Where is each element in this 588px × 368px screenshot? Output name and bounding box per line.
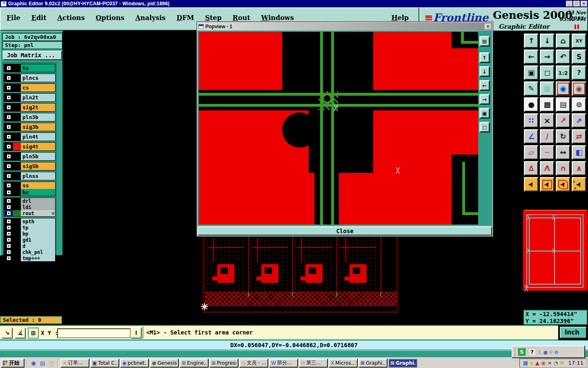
task-genesis[interactable]: ●Genesis [150,359,179,368]
task-wenyuan[interactable]: ◷文员 - ... [239,359,268,368]
layer-visibility-checkbox[interactable] [4,74,13,82]
popview-zoom-in-button[interactable]: ▣ [479,108,490,119]
layer-visibility-checkbox[interactable] [4,84,13,92]
layer-color-chip[interactable] [13,198,21,204]
alert-button[interactable]: ! [131,328,142,339]
copy-button[interactable]: ↗ [556,113,570,128]
pan-down-button[interactable]: ↓ [540,34,555,48]
layer-row-tp[interactable]: tp [4,224,55,231]
line-width-button[interactable]: ↔ [556,145,570,160]
maximize-button[interactable]: □ [573,1,580,7]
zoom-margins-button[interactable]: ◻ [540,65,555,80]
task-engineering[interactable]: ⊠Engine... [180,359,209,368]
layer-visibility-checkbox[interactable] [4,198,13,204]
layer-visibility-checkbox[interactable] [4,64,13,72]
task-microsoft[interactable]: XMicros... [329,359,358,368]
previous-view-button[interactable]: ↶ [556,49,570,64]
zoom-window-button[interactable]: ▣ [524,65,539,80]
layer-color-chip[interactable] [13,162,21,170]
popview-pan-right-button[interactable]: → [479,94,490,105]
tray-network-icon[interactable]: ▦ [523,360,528,366]
layer-visibility-checkbox[interactable] [4,153,13,160]
layer-color-chip[interactable] [13,204,21,210]
layer-visibility-checkbox[interactable] [4,243,13,249]
layer-color-chip[interactable] [13,218,21,224]
tray-clock-icon[interactable]: ◔ [553,360,558,366]
menu-step[interactable]: Step [205,14,221,22]
layer-visibility-checkbox[interactable] [4,237,13,243]
layer-color-chip[interactable] [13,237,21,243]
layer-row-pln2t[interactable]: pln2t [4,94,55,101]
layer-color-chip[interactable] [13,243,21,249]
task-dingdan[interactable]: ★订单... [60,359,89,368]
layer-row-bs[interactable]: bs [4,189,55,196]
task-graphic-2-active[interactable]: ⊠Graphi... [388,359,417,368]
select-mode-3-button[interactable]: ∩ [556,161,570,176]
units-dropdown[interactable]: Inch [560,327,587,339]
layer-row-gd1[interactable]: gd1 [4,237,55,243]
start-button[interactable]: 开始 [1,359,24,368]
layer-row-cs[interactable]: cs [4,84,55,92]
rotate-button[interactable]: ↻ [556,129,570,144]
job-matrix-button[interactable]: Job Matrix ... [3,51,62,60]
layer-row-plncs[interactable]: plncs [4,74,55,82]
layer-visibility-checkbox[interactable] [4,143,13,150]
layer-visibility-checkbox[interactable] [4,182,13,189]
layer-color-chip[interactable] [13,113,21,121]
delete-button[interactable]: × [540,113,555,128]
symbol-reference-button[interactable]: ● [524,97,539,112]
layer-color-chip[interactable] [13,255,21,261]
layer-row-bp[interactable]: bp [4,231,55,237]
layer-color-chip[interactable] [13,231,21,237]
layer-row-rout[interactable]: rout⊞ [4,210,55,216]
menu-file[interactable]: File [7,14,20,22]
layer-row-sig3b[interactable]: sig3b [4,123,55,131]
task-graphic-1[interactable]: ⊠Graphi... [359,359,388,368]
move-button[interactable]: ⇗ [572,113,586,128]
menu-windows[interactable]: Windows [261,14,294,22]
task-progress[interactable]: ⊠Progress [209,359,238,368]
snap-grid-button[interactable]: ▦ [540,81,555,96]
ime-tools-icon[interactable]: ⚙ [555,349,558,355]
resize-button[interactable]: ▱ [524,145,539,160]
select-polygon-button[interactable]: ➤ [556,177,570,192]
select-mode-2-button[interactable]: Λ [540,161,555,176]
layer-row-sig5b[interactable]: sig5b [4,162,55,170]
tray-genesis-icon[interactable]: ◉ [541,360,546,366]
quicklaunch-desktop-icon[interactable]: ▤ [38,359,47,367]
layer-color-chip[interactable] [13,133,21,141]
layer-row-npth[interactable]: npth [4,218,55,224]
layer-row-ss[interactable]: ss [4,182,55,189]
menu-help[interactable]: Help [391,14,409,22]
window-xy-button[interactable]: XY [572,34,586,48]
menu-analysis[interactable]: Analysis [135,14,165,22]
serpentine-view-button[interactable]: S [572,49,586,64]
pan-up-button[interactable]: ↑ [524,34,539,48]
quicklaunch-scheduler-icon[interactable]: ◷ [47,359,56,367]
layer-row-ts[interactable]: ts [4,64,55,72]
layer-visibility-checkbox[interactable] [4,218,13,224]
menu-dfm[interactable]: DFM [176,14,194,22]
layer-visibility-checkbox[interactable] [4,204,13,210]
layer-row-pln3b[interactable]: pln3b [4,113,55,121]
layer-compare-button[interactable]: ▩ [540,97,555,112]
layer-visibility-checkbox[interactable] [4,123,13,131]
minimize-button[interactable]: _ [566,1,572,7]
drag-grip-icon[interactable] [514,348,516,356]
layer-color-chip[interactable] [13,182,21,189]
menu-rout[interactable]: Rout [233,14,250,22]
layer-row-chk-pnl[interactable]: chk_pnl [4,249,55,255]
net-points-button[interactable]: ∷ [524,113,539,128]
layer-row-plnss[interactable]: plnss [4,172,55,180]
select-rectangle-button[interactable]: ➤ [540,177,555,192]
popview-titlebar[interactable]: Popview - 1 × [198,22,492,30]
break-line-button[interactable]: ╌ [540,145,555,160]
pad-reference-button[interactable]: ⊙ [572,97,586,112]
measure-ruler-button[interactable]: ▤ [556,97,570,112]
surface-button[interactable]: ◧ [572,145,586,160]
popview-copy-window-button[interactable]: ⊞ [479,36,490,47]
zoom-ratio-button[interactable]: 1:2 [556,65,570,80]
popview-canvas[interactable]: ╳ ╳ [199,32,478,224]
overview-map[interactable]: ╳ ╳ ╳ ╳ ╳ [523,201,588,309]
layer-color-chip[interactable] [13,74,21,82]
